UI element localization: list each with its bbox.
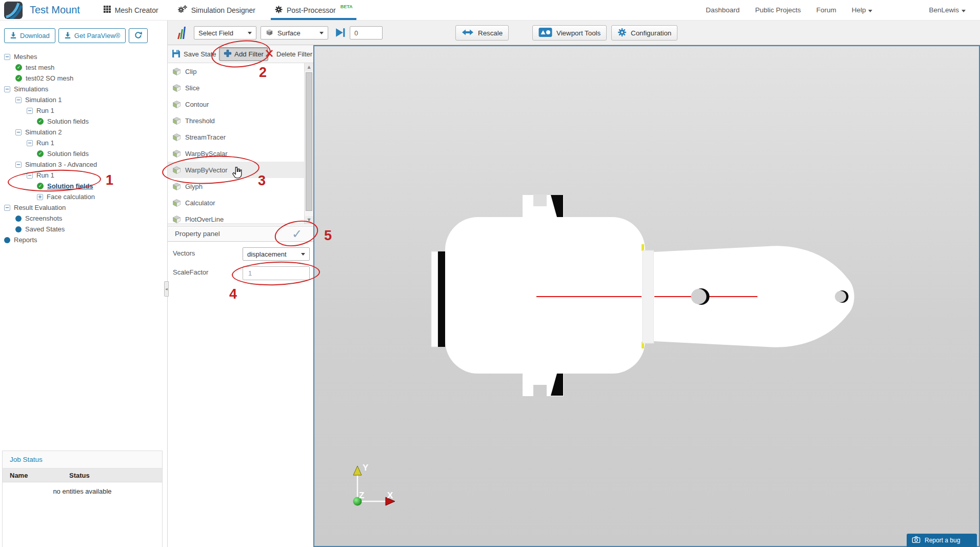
filter-item-contour[interactable]: Contour <box>168 96 304 112</box>
filter-item-warpbyscalar[interactable]: WarpByScalar <box>168 145 304 162</box>
vectors-dropdown[interactable]: displacement <box>243 247 310 261</box>
user-menu[interactable]: BenLewis <box>929 6 966 14</box>
collapse-minus-icon[interactable]: − <box>27 140 33 146</box>
filter-item-threshold[interactable]: Threshold <box>168 112 304 129</box>
model-left-black-strip <box>438 251 445 347</box>
download-button[interactable]: Download <box>4 28 55 43</box>
filter-item-warpbyvector[interactable]: WarpByVector <box>168 162 304 178</box>
tree-item-face-calculation[interactable]: +Face calculation <box>0 191 167 202</box>
vectors-label: Vectors <box>173 249 195 257</box>
collapse-minus-icon[interactable]: − <box>27 108 33 114</box>
model-scene: Y Z X <box>314 46 979 546</box>
tree-item-test02-mesh[interactable]: ✓test02 SO mesh <box>0 73 167 84</box>
tree-item-solution-fields[interactable]: ✓Solution fields <box>0 116 167 127</box>
filter-item-streamtracer[interactable]: StreamTracer <box>168 129 304 145</box>
scrollbar-thumb[interactable] <box>306 72 312 211</box>
model-left-white-strip <box>431 251 438 347</box>
tree-item-simulation-1[interactable]: −Simulation 1 <box>0 94 167 105</box>
tab-mesh-creator[interactable]: Mesh Creator <box>104 0 158 20</box>
collapse-minus-icon[interactable]: − <box>4 86 10 92</box>
tree-item-meshes[interactable]: −Meshes <box>0 51 167 62</box>
delete-filter-button[interactable]: Delete Filter <box>265 45 312 63</box>
select-field-dropdown[interactable]: Select Field <box>194 26 256 40</box>
filter-item-glyph[interactable]: Glyph <box>168 178 304 194</box>
refresh-button[interactable] <box>129 28 148 43</box>
yellow-tick-top <box>642 244 644 251</box>
collapse-minus-icon[interactable]: − <box>15 97 22 103</box>
axis-label-x: X <box>387 491 393 500</box>
chevron-down-icon <box>962 10 966 12</box>
tree-item-simulations[interactable]: −Simulations <box>0 84 167 94</box>
filter-cube-icon <box>173 166 181 174</box>
collapse-minus-icon[interactable]: − <box>27 172 33 179</box>
tree-item-run-1[interactable]: −Run 1 <box>0 105 167 116</box>
node-icon <box>4 237 10 243</box>
nav-forum[interactable]: Forum <box>816 6 836 14</box>
scalefactor-input[interactable] <box>243 266 310 280</box>
tree-item-saved-states[interactable]: Saved States <box>0 224 167 235</box>
play-button[interactable] <box>334 27 346 40</box>
tree-item-result-evaluation[interactable]: −Result Evaluation <box>0 202 167 213</box>
download-icon <box>10 31 17 41</box>
filter-cube-icon <box>173 133 181 141</box>
save-state-button[interactable]: Save State <box>172 45 216 63</box>
surface-cube-icon <box>265 28 274 38</box>
filter-actions: Save State Add Filter Delete Filter <box>168 45 313 63</box>
color-legend-icon[interactable] <box>174 26 188 42</box>
filter-item-clip[interactable]: Clip <box>168 63 304 80</box>
nav-public-projects[interactable]: Public Projects <box>755 6 801 14</box>
filter-item-slice[interactable]: Slice <box>168 80 304 96</box>
filter-cube-icon <box>173 84 181 92</box>
gears-icon <box>178 5 187 15</box>
filter-cube-icon <box>173 199 181 207</box>
plus-icon <box>224 49 232 59</box>
app-logo-icon[interactable] <box>4 2 23 19</box>
nav-help[interactable]: Help <box>852 6 873 14</box>
panel-collapse-handle[interactable]: ◂ <box>164 281 169 297</box>
tree-item-screenshots[interactable]: Screenshots <box>0 213 167 224</box>
rescale-button[interactable]: Rescale <box>455 25 509 41</box>
filter-item-plotoverline[interactable]: PlotOverLine <box>168 211 304 224</box>
add-filter-button[interactable]: Add Filter <box>219 47 268 61</box>
tab-simulation-designer[interactable]: Simulation Designer <box>178 0 255 20</box>
tree-item-run-1[interactable]: −Run 1 <box>0 170 167 181</box>
collapse-minus-icon[interactable]: − <box>15 162 22 168</box>
tree-item-solution-fields[interactable]: ✓Solution fields <box>0 148 167 159</box>
download-icon <box>64 31 71 41</box>
collapse-minus-icon[interactable]: − <box>15 129 22 135</box>
frame-input[interactable] <box>350 26 383 40</box>
tab-post-processor[interactable]: Post-Processor BETA <box>275 0 353 20</box>
render-viewport[interactable]: Y Z X <box>313 45 980 547</box>
nav-dashboard[interactable]: Dashboard <box>706 6 739 14</box>
tree-item-run-1[interactable]: −Run 1 <box>0 138 167 148</box>
tree-item-simulation-3-advanced[interactable]: −Simulation 3 - Advanced <box>0 159 167 170</box>
app-window: Test Mount Mesh Creator Simulation Desig… <box>0 0 980 547</box>
configuration-gear-icon <box>617 28 627 38</box>
filter-item-calculator[interactable]: Calculator <box>168 194 304 211</box>
filter-list: Clip Slice Contour Threshold StreamTrace… <box>168 63 313 224</box>
filter-cube-icon <box>173 183 181 190</box>
tree-item-simulation-2[interactable]: −Simulation 2 <box>0 127 167 138</box>
get-paraview-button[interactable]: Get ParaView® <box>58 28 126 43</box>
scroll-down-icon[interactable]: ▼ <box>305 216 313 224</box>
apply-properties-button[interactable]: ✓ <box>292 226 302 242</box>
collapse-minus-icon[interactable]: − <box>4 54 10 60</box>
representation-dropdown[interactable]: Surface <box>261 26 328 40</box>
chevron-down-icon <box>868 10 872 12</box>
grid-icon <box>104 6 111 14</box>
job-status-columns: Name Status <box>3 468 162 482</box>
viewport-tools-button[interactable]: Viewport Tools <box>532 25 607 41</box>
tree-item-test-mesh[interactable]: ✓test mesh <box>0 62 167 73</box>
project-title: Test Mount <box>30 4 80 16</box>
report-bug-button[interactable]: Report a bug <box>907 534 977 547</box>
filter-list-scrollbar[interactable]: ▲ ▼ <box>304 63 313 224</box>
scroll-up-icon[interactable]: ▲ <box>305 63 313 71</box>
collapse-plus-icon[interactable]: + <box>37 194 43 200</box>
viewer-toolbar: Select Field Surface Rescale Viewport To… <box>168 21 980 45</box>
tree-item-solution-fields-selected[interactable]: ✓Solution fields <box>0 181 167 191</box>
chevron-down-icon <box>319 32 324 34</box>
axis-label-z: Z <box>359 491 364 500</box>
tree-item-reports[interactable]: Reports <box>0 235 167 245</box>
configuration-button[interactable]: Configuration <box>611 25 677 41</box>
collapse-minus-icon[interactable]: − <box>4 205 10 211</box>
